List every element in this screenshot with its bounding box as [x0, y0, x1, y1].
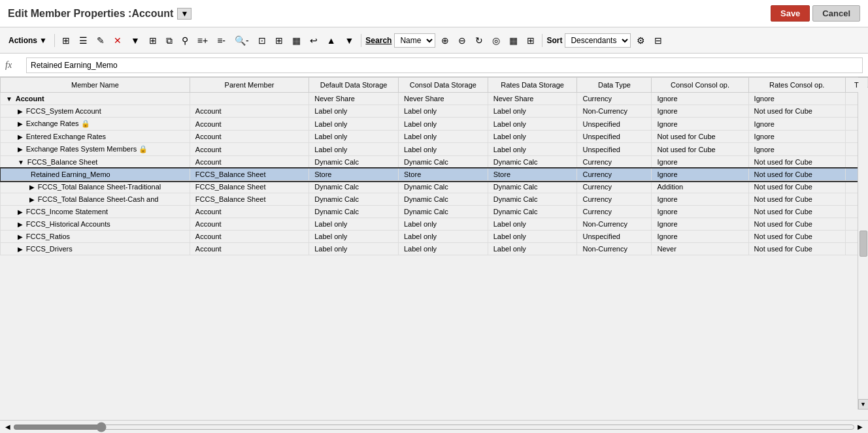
member-name-cell: ▶ FCCS_Historical Accounts: [1, 218, 190, 231]
toolbar-btn-collapse[interactable]: ≡-: [214, 34, 229, 47]
sort-select[interactable]: Descendants Children Level: [565, 33, 631, 48]
grid-add-icon: ⊞: [62, 36, 70, 45]
table-cell: Not used for Cube: [748, 168, 845, 181]
toolbar-btn-copy[interactable]: ⧉: [163, 34, 176, 47]
cancel-button[interactable]: Cancel: [812, 5, 860, 22]
collapse-icon[interactable]: ▶: [18, 246, 25, 253]
scroll-left-btn[interactable]: ◀: [3, 423, 13, 430]
save-button[interactable]: Save: [771, 5, 810, 22]
collapse-icon[interactable]: ▼: [6, 95, 14, 103]
toolbar-btn-settings[interactable]: ⚙: [633, 34, 648, 47]
toolbar-btn-undo[interactable]: ↩: [307, 34, 321, 47]
table-cell: FCCS_Balance Sheet: [190, 168, 309, 181]
toolbar-btn-split[interactable]: ⊞: [272, 34, 286, 47]
search-select[interactable]: Name Alias Both: [394, 33, 435, 48]
table-row[interactable]: ▶ FCCS_Historical AccountsAccountLabel o…: [1, 218, 868, 231]
table-row[interactable]: ▶ FCCS_System AccountAccountLabel onlyLa…: [1, 105, 868, 118]
table-cell: Dynamic Calc: [398, 193, 488, 206]
table-cell: Label only: [488, 218, 577, 231]
member-name-text: FCCS_Balance Sheet: [27, 158, 98, 166]
table-cell: Not used for Cube: [748, 231, 845, 243]
formula-input[interactable]: [26, 57, 863, 73]
member-name-cell: ▶ Entered Exchange Rates: [1, 131, 190, 143]
toolbar-btn-chart[interactable]: ▦: [289, 34, 304, 47]
toolbar-btn-target[interactable]: ◎: [489, 34, 503, 47]
collapse-icon[interactable]: ▶: [18, 146, 25, 153]
table-cell: Addition: [652, 181, 748, 193]
horizontal-scrollbar[interactable]: ◀ ▶: [0, 420, 868, 433]
table-scroll[interactable]: Member Name Parent Member Default Data S…: [0, 77, 868, 420]
table-cell: Ignore: [652, 156, 748, 168]
toolbar-btn-zoom-out[interactable]: 🔍-: [231, 34, 252, 47]
table-cell: Currency: [577, 156, 652, 168]
table-cell: Account: [190, 143, 309, 156]
toolbar-btn-search2[interactable]: ⚲: [178, 34, 192, 47]
scroll-down-button[interactable]: ▼: [858, 399, 869, 409]
member-name-text: Exchange Rates System Members 🔒: [26, 145, 148, 153]
table-row[interactable]: ▶ FCCS_Total Balance Sheet-TraditionalFC…: [1, 181, 868, 193]
col-member-name: Member Name: [1, 78, 190, 93]
table-row[interactable]: ▼ AccountNever ShareNever ShareNever Sha…: [1, 93, 868, 105]
table-row[interactable]: ▶ FCCS_Income StatementAccountDynamic Ca…: [1, 206, 868, 218]
collapse-icon[interactable]: ▼: [18, 159, 26, 166]
toolbar-btn-filter[interactable]: ▼: [127, 34, 143, 47]
toolbar-btn-up[interactable]: ▲: [324, 34, 339, 47]
col-consol-op: Consol Consol op.: [652, 78, 748, 93]
table-cell: Ignore: [652, 118, 748, 131]
member-name-text: Entered Exchange Rates: [26, 133, 106, 140]
table-cell: Ignore: [748, 143, 845, 156]
table-cell: Dynamic Calc: [309, 156, 399, 168]
toolbar-btn-down[interactable]: ▼: [342, 34, 358, 47]
collapse-icon[interactable]: ▶: [18, 133, 25, 140]
scroll-right-btn[interactable]: ▶: [855, 423, 865, 430]
table-cell: Account: [190, 156, 309, 168]
member-name-cell: ▶ Exchange Rates 🔒: [1, 118, 190, 131]
member-name-text: FCCS_Historical Accounts: [26, 220, 110, 228]
table-cell: Currency: [577, 193, 652, 206]
toolbar-btn-3[interactable]: ✎: [93, 34, 108, 47]
toolbar-btn-zoom-in2[interactable]: ⊕: [438, 34, 452, 47]
title-buttons: Save Cancel: [771, 5, 860, 22]
page-title: Edit Member Properties :Account: [8, 8, 173, 20]
h-scroll-range[interactable]: [13, 423, 855, 431]
table-row[interactable]: ▶ Exchange Rates 🔒AccountLabel onlyLabel…: [1, 118, 868, 131]
toolbar-btn-1[interactable]: ⊞: [59, 34, 73, 47]
table-row[interactable]: ▶ Entered Exchange RatesAccountLabel onl…: [1, 131, 868, 143]
collapse-icon[interactable]: ▶: [18, 233, 25, 240]
toolbar-btn-zoom-out2[interactable]: ⊖: [455, 34, 469, 47]
table-row[interactable]: ▶ FCCS_DriversAccountLabel onlyLabel onl…: [1, 243, 868, 255]
toolbar-btn-2[interactable]: ☰: [76, 34, 91, 47]
toolbar-btn-table[interactable]: ▦: [506, 34, 521, 47]
toolbar-btn-columns[interactable]: ⊟: [651, 34, 665, 47]
table-row[interactable]: ▶ Exchange Rates System Members 🔒Account…: [1, 143, 868, 156]
table-cell: Account: [190, 131, 309, 143]
collapse-icon[interactable]: ▶: [29, 184, 37, 191]
table-cell: Not used for Cube: [652, 131, 748, 143]
table-cell: Label only: [398, 218, 488, 231]
scroll-thumb[interactable]: [860, 231, 867, 257]
toolbar-btn-export[interactable]: ⊞: [524, 34, 538, 47]
toolbar-btn-expand[interactable]: ≡+: [194, 34, 211, 47]
table-row[interactable]: Retained Earning_MemoFCCS_Balance SheetS…: [1, 168, 868, 181]
table-cell: Non-Currency: [577, 105, 652, 118]
collapse-icon[interactable]: ▶: [29, 196, 37, 203]
member-name-text: FCCS_Ratios: [26, 233, 70, 240]
toolbar-btn-refresh[interactable]: ↻: [472, 34, 486, 47]
table-row[interactable]: ▼ FCCS_Balance SheetAccountDynamic CalcD…: [1, 156, 868, 168]
collapse-icon[interactable]: ▶: [18, 120, 25, 127]
collapse-icon[interactable]: ▶: [18, 108, 25, 115]
table-row[interactable]: ▶ FCCS_Total Balance Sheet-Cash andFCCS_…: [1, 193, 868, 206]
member-table: Member Name Parent Member Default Data S…: [0, 77, 868, 255]
collapse-icon[interactable]: ▶: [18, 221, 25, 228]
table-cell: Label only: [398, 131, 488, 143]
toolbar-btn-delete[interactable]: ✕: [110, 34, 125, 47]
table-cell: Ignore: [652, 206, 748, 218]
toolbar-btn-grid2[interactable]: ⊞: [146, 34, 160, 47]
collapse-icon[interactable]: ▶: [18, 208, 25, 216]
toolbar-btn-box[interactable]: ⊡: [255, 34, 269, 47]
actions-menu[interactable]: Actions ▼: [5, 34, 50, 47]
table-row[interactable]: ▶ FCCS_RatiosAccountLabel onlyLabel only…: [1, 231, 868, 243]
collapse2-icon: ≡-: [217, 36, 225, 45]
table-cell: Label only: [309, 105, 399, 118]
title-dropdown-icon[interactable]: ▼: [177, 8, 192, 20]
